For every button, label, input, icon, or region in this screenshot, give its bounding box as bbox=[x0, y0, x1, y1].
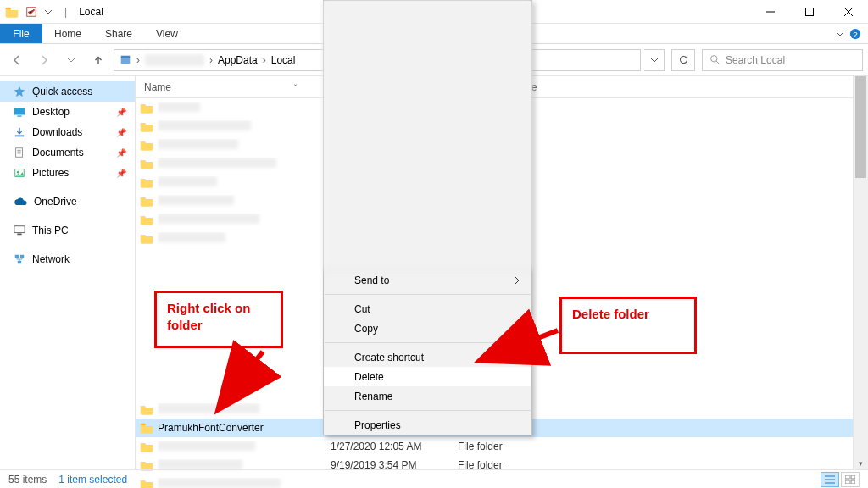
status-item-count: 55 items bbox=[8, 474, 47, 485]
file-tab[interactable]: File bbox=[0, 24, 42, 43]
scrollbar[interactable]: ▾ bbox=[853, 76, 868, 469]
help-icon[interactable]: ? bbox=[849, 28, 861, 40]
address-history-dropdown[interactable] bbox=[644, 49, 665, 71]
sidebar-item-label: Downloads bbox=[32, 126, 82, 138]
svg-rect-10 bbox=[16, 148, 23, 158]
svg-point-6 bbox=[711, 56, 717, 62]
tab-home[interactable]: Home bbox=[42, 24, 93, 43]
sidebar-network[interactable]: Network bbox=[0, 249, 135, 269]
svg-rect-17 bbox=[18, 261, 21, 264]
list-item-modified: 1/27/2020 12:05 AM bbox=[331, 441, 458, 452]
svg-rect-22 bbox=[845, 480, 849, 484]
menu-item-label: Properties bbox=[354, 419, 401, 431]
sidebar-this-pc[interactable]: This PC bbox=[0, 220, 135, 241]
list-item-type: File folder bbox=[458, 441, 542, 452]
sidebar-item-desktop[interactable]: Desktop 📌 bbox=[0, 102, 135, 122]
qat-dropdown-icon[interactable] bbox=[44, 8, 53, 16]
cloud-icon bbox=[14, 197, 27, 207]
menu-separator bbox=[325, 410, 531, 411]
sidebar-quick-access[interactable]: Quick access bbox=[0, 81, 135, 102]
window-controls bbox=[751, 0, 868, 24]
chevron-right-icon: › bbox=[209, 54, 213, 66]
documents-icon bbox=[14, 147, 25, 158]
menu-item-label: Create shortcut bbox=[354, 352, 424, 363]
sidebar-item-documents[interactable]: Documents 📌 bbox=[0, 142, 135, 163]
scrollbar-thumb[interactable] bbox=[855, 76, 866, 178]
divider: | bbox=[64, 6, 67, 18]
menu-item-label: Rename bbox=[354, 391, 392, 402]
breadcrumb-user[interactable] bbox=[145, 54, 204, 66]
refresh-button[interactable] bbox=[671, 49, 695, 71]
list-item[interactable]: 1/27/2020 12:05 AM File folder bbox=[136, 437, 853, 456]
tab-share[interactable]: Share bbox=[93, 24, 144, 43]
status-selected-count: 1 item selected bbox=[58, 474, 127, 485]
context-menu-create-shortcut[interactable]: Create shortcut bbox=[324, 347, 531, 367]
status-bar: 55 items 1 item selected bbox=[0, 469, 868, 488]
sidebar-item-label: Documents bbox=[32, 147, 84, 158]
context-menu-properties[interactable]: Properties bbox=[324, 415, 531, 435]
sidebar-item-label: Pictures bbox=[32, 167, 69, 179]
svg-rect-15 bbox=[15, 255, 19, 258]
sort-caret-icon: ˇ bbox=[294, 83, 297, 92]
svg-text:?: ? bbox=[853, 29, 857, 38]
recent-locations-button[interactable] bbox=[59, 48, 83, 72]
svg-rect-5 bbox=[121, 55, 131, 58]
menu-separator bbox=[325, 342, 531, 343]
tab-view[interactable]: View bbox=[144, 24, 190, 43]
minimize-button[interactable] bbox=[751, 0, 790, 24]
context-menu-delete[interactable]: Delete bbox=[324, 367, 531, 386]
view-details-button[interactable] bbox=[821, 472, 839, 487]
pin-icon: 📌 bbox=[116, 128, 126, 137]
chevron-right-icon: › bbox=[263, 54, 266, 66]
forward-button[interactable] bbox=[32, 48, 56, 72]
svg-rect-21 bbox=[851, 475, 855, 479]
sidebar-item-pictures[interactable]: Pictures 📌 bbox=[0, 163, 135, 183]
context-menu-send-to[interactable]: Send to bbox=[324, 270, 531, 290]
up-button[interactable] bbox=[86, 48, 110, 72]
sidebar-onedrive[interactable]: OneDrive bbox=[0, 191, 135, 212]
pictures-icon bbox=[14, 167, 25, 179]
annotation-delete-folder: Delete folder bbox=[559, 297, 697, 354]
sidebar-item-downloads[interactable]: Downloads 📌 bbox=[0, 122, 135, 142]
view-large-icons-button[interactable] bbox=[841, 472, 860, 487]
context-menu-copy[interactable]: Copy bbox=[324, 319, 531, 338]
svg-rect-13 bbox=[14, 226, 25, 233]
search-placeholder: Search Local bbox=[726, 54, 785, 66]
svg-rect-16 bbox=[20, 255, 24, 258]
search-input[interactable]: Search Local bbox=[702, 49, 863, 71]
network-icon bbox=[14, 253, 25, 265]
downloads-icon bbox=[14, 126, 25, 138]
list-item-name: PramukhFontConverter bbox=[158, 422, 331, 434]
pin-icon: 📌 bbox=[116, 148, 126, 158]
window-title: Local bbox=[79, 6, 103, 18]
folder-app-icon bbox=[5, 6, 19, 18]
qat-properties-icon[interactable] bbox=[25, 6, 37, 18]
svg-rect-20 bbox=[845, 475, 849, 479]
search-icon bbox=[709, 54, 721, 65]
svg-rect-1 bbox=[806, 8, 814, 15]
back-button[interactable] bbox=[5, 48, 29, 72]
scrollbar-down-icon[interactable]: ▾ bbox=[854, 459, 868, 468]
pin-icon: 📌 bbox=[116, 169, 126, 178]
maximize-button[interactable] bbox=[790, 0, 829, 24]
svg-rect-4 bbox=[121, 57, 131, 64]
chevron-right-icon bbox=[513, 276, 521, 285]
column-header-name[interactable]: Name ˇ bbox=[136, 81, 331, 93]
context-menu-cut[interactable]: Cut bbox=[324, 299, 531, 319]
svg-rect-23 bbox=[851, 480, 855, 484]
chevron-right-icon: › bbox=[136, 54, 140, 66]
svg-rect-7 bbox=[14, 108, 25, 115]
desktop-icon bbox=[14, 106, 25, 118]
pin-icon: 📌 bbox=[116, 108, 126, 117]
breadcrumb-appdata[interactable]: AppData bbox=[218, 54, 258, 66]
sidebar: Quick access Desktop 📌 Downloads 📌 Docum… bbox=[0, 76, 136, 469]
close-button[interactable] bbox=[829, 0, 868, 24]
annotation-right-click: Right click on folder bbox=[154, 291, 283, 348]
menu-item-label: Send to bbox=[354, 274, 389, 286]
menu-item-label: Delete bbox=[354, 371, 384, 383]
svg-rect-8 bbox=[17, 115, 21, 116]
ribbon-collapse-icon[interactable] bbox=[836, 30, 844, 38]
monitor-icon bbox=[14, 225, 25, 236]
context-menu-rename[interactable]: Rename bbox=[324, 386, 531, 406]
breadcrumb-local[interactable]: Local bbox=[271, 54, 296, 66]
